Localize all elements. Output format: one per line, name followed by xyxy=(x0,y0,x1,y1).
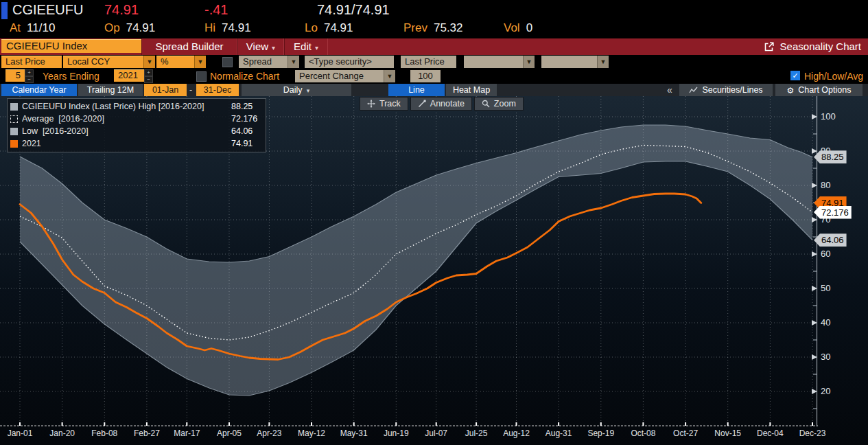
chevron-down-icon: ▾ xyxy=(307,87,310,94)
chart-area: CGIEEUFU Index (Last Price) High [2016-2… xyxy=(0,96,868,445)
y-tick-arrow xyxy=(812,320,817,326)
legend-item-low[interactable]: Low [2016-2020] 64.06 xyxy=(10,125,261,137)
menu-bar: CGIEEUFU Index Spread Builder View▾ Edit… xyxy=(0,38,868,55)
y-tick-arrow xyxy=(812,286,817,291)
currency-select[interactable]: Local CCY▼ xyxy=(63,56,155,68)
y-tick-arrow xyxy=(812,148,817,154)
quote-volume: Vol0 xyxy=(504,21,532,38)
high-low-band xyxy=(20,125,812,396)
y-tick-arrow xyxy=(812,251,817,257)
high-low-avg-checkbox[interactable]: ✓ xyxy=(790,71,800,80)
y-tick-arrow xyxy=(812,389,817,394)
low-series-marker xyxy=(10,128,18,135)
seasonality-chart-app: CGIEEUFU 74.91 -.41 74.91/74.91 At11/10 … xyxy=(0,0,868,445)
minus-icon[interactable]: − xyxy=(25,76,34,83)
spread-builder-button[interactable]: Spread Builder xyxy=(141,38,237,55)
track-button[interactable]: Track xyxy=(360,97,408,111)
plus-icon[interactable]: + xyxy=(25,69,34,76)
tab-bar: Calendar Year Trailing 12M 01-Jan - 31-D… xyxy=(0,84,868,96)
x-axis-label: Oct-08 xyxy=(622,429,664,438)
annotate-button[interactable]: Annotate xyxy=(410,97,472,111)
percent-select[interactable]: %▼ xyxy=(156,56,206,68)
magnifier-icon xyxy=(482,100,490,108)
last-price: 74.91 xyxy=(104,2,139,21)
x-axis-label: Sep-19 xyxy=(580,429,622,438)
y-axis-label: 30 xyxy=(821,352,849,363)
chart-options-button[interactable]: ⚙Chart Options xyxy=(775,84,863,96)
chart-toolbar: Track Annotate Zoom xyxy=(360,97,524,111)
export-icon[interactable] xyxy=(764,41,775,52)
last-price-field[interactable]: Last Price xyxy=(1,56,62,68)
tab-heat-map[interactable]: Heat Map xyxy=(446,84,497,96)
line-chart-icon xyxy=(689,87,698,93)
security-marker xyxy=(1,2,8,19)
normalize-label: Normalize Chart xyxy=(210,71,279,82)
date-range-dash: - xyxy=(189,84,192,96)
view-menu[interactable]: View▾ xyxy=(237,38,284,55)
type-security-input[interactable]: <Type security> xyxy=(305,56,394,68)
average-series-marker xyxy=(10,115,18,123)
y-tick-arrow xyxy=(812,217,817,223)
quote-open: Op74.91 xyxy=(104,21,155,38)
spread-checkbox[interactable] xyxy=(222,57,233,67)
legend-item-high[interactable]: CGIEEUFU Index (Last Price) High [2016-2… xyxy=(10,100,261,113)
quote-prev: Prev75.32 xyxy=(403,21,463,38)
end-year-stepper[interactable]: +− xyxy=(144,69,153,82)
change-mode-select[interactable]: Percent Change▼ xyxy=(295,70,395,82)
x-axis-label: Jun-19 xyxy=(375,429,417,438)
empty-select-2[interactable]: ▼ xyxy=(541,56,609,68)
base-value-input[interactable]: 100 xyxy=(410,70,441,82)
date-to-input[interactable]: 31-Dec xyxy=(196,84,239,96)
y-tick-arrow xyxy=(812,354,817,360)
edit-menu[interactable]: Edit▾ xyxy=(284,38,328,55)
high-low-avg-label: High/Low/Avg xyxy=(804,71,863,82)
years-stepper[interactable]: +− xyxy=(25,69,34,82)
x-axis-label: Nov-15 xyxy=(707,429,749,438)
last-price-field-2[interactable]: Last Price xyxy=(401,56,456,68)
years-input[interactable]: 5 xyxy=(5,69,25,82)
y-tick-arrow xyxy=(812,114,817,119)
x-axis-label: Aug-31 xyxy=(537,429,580,438)
x-axis-label: Feb-27 xyxy=(126,429,168,438)
x-axis-label: Dec-04 xyxy=(749,429,791,438)
y-axis-label: 50 xyxy=(821,283,849,295)
normalize-checkbox[interactable] xyxy=(196,71,207,82)
zoom-button[interactable]: Zoom xyxy=(474,97,524,111)
function-title-label: Seasonality Chart xyxy=(780,38,861,55)
tab-trailing-12m[interactable]: Trailing 12M xyxy=(78,84,143,96)
chevron-down-icon: ▼ xyxy=(523,56,535,68)
y-tick-arrow xyxy=(812,183,817,188)
legend-item-2021[interactable]: 2021 74.91 xyxy=(10,137,261,150)
x-tick-marks xyxy=(20,422,812,426)
axis-badge: 64.06 xyxy=(814,233,847,247)
security-input[interactable]: CGIEEUFU Index xyxy=(1,39,142,53)
x-axis-label: Feb-08 xyxy=(83,429,126,438)
y-axis-label: 20 xyxy=(821,386,849,398)
x-axis-label: Jan-20 xyxy=(41,429,84,438)
collapse-button[interactable]: « xyxy=(667,84,672,96)
spread-select[interactable]: Spread▼ xyxy=(239,56,299,68)
plus-icon[interactable]: + xyxy=(144,69,153,76)
controls-row-2: 5 +− Years Ending 2021 +− Normalize Char… xyxy=(0,69,868,84)
empty-select-1[interactable]: ▼ xyxy=(464,56,535,68)
x-axis-label: Oct-27 xyxy=(664,429,707,438)
minus-icon[interactable]: − xyxy=(144,76,153,83)
x-axis-label: Apr-23 xyxy=(248,429,290,438)
quote-low: Lo74.91 xyxy=(305,21,353,38)
year-2021-series-marker xyxy=(10,140,18,148)
tab-line[interactable]: Line xyxy=(388,84,445,96)
date-from-input[interactable]: 01-Jan xyxy=(144,84,187,96)
x-axis-label: May-31 xyxy=(333,429,375,438)
bid-ask: 74.91/74.91 xyxy=(317,2,390,21)
end-year-input[interactable]: 2021 xyxy=(114,69,144,82)
chevron-down-icon: ▼ xyxy=(194,56,206,68)
tab-calendar-year[interactable]: Calendar Year xyxy=(1,84,77,96)
chart-legend: CGIEEUFU Index (Last Price) High [2016-2… xyxy=(7,98,266,152)
legend-item-average[interactable]: Average [2016-2020] 72.176 xyxy=(10,113,261,125)
quote-bar: CGIEEUFU 74.91 -.41 74.91/74.91 At11/10 … xyxy=(0,0,868,38)
frequency-select[interactable]: Daily▾ xyxy=(242,84,351,96)
x-axis-label: Apr-05 xyxy=(208,429,250,438)
crosshair-icon xyxy=(367,100,375,108)
securities-lines-button[interactable]: Securities/Lines xyxy=(679,84,773,96)
chevron-down-icon: ▼ xyxy=(597,56,609,68)
